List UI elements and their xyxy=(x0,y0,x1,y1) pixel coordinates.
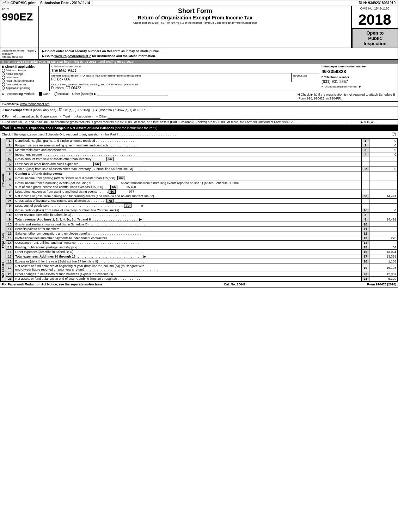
radio-address xyxy=(2,69,5,72)
street-cell: Number and street (or P. O. box, if mail… xyxy=(50,73,292,82)
line-1-row: 1 Contributions, gifts, grants, and simi… xyxy=(6,139,398,143)
line-7c-desc: Gross profit or (loss) from sales of inv… xyxy=(14,208,362,213)
line-4-linenum: 4 xyxy=(362,152,369,157)
part1-header: Part I Revenue, Expenses, and Changes in… xyxy=(0,125,398,131)
instruction1: ▶ Do not enter social security numbers o… xyxy=(42,49,395,53)
line-6a-amount xyxy=(369,176,398,181)
line-19-desc: Net assets or fund balances at beginning… xyxy=(14,264,362,272)
line-21-desc: Net assets or fund balances at end of ye… xyxy=(14,277,362,281)
l-text: Add lines 5b, 6c, and 7b to line 9 to de… xyxy=(5,120,376,124)
line-11-num: 11 xyxy=(6,227,14,231)
short-form-title: Short Form xyxy=(41,7,350,15)
revenue-side-label: Revenue xyxy=(0,138,6,222)
i-label: I xyxy=(2,102,3,106)
line-10-desc: Grants and similar amounts paid (list in… xyxy=(14,222,362,227)
line-18-linenum: 18 xyxy=(362,259,369,264)
other-check: Other (specify) ▶ xyxy=(72,92,168,96)
app-pending: Application pending xyxy=(2,86,48,90)
f-label: F xyxy=(322,85,323,88)
line-2-num: 2 xyxy=(6,143,14,148)
k-text: Form of organization: ☑ Corporation ○ Tr… xyxy=(5,115,160,118)
line-8-amount xyxy=(369,213,398,217)
line-20-desc: Other changes in net assets or fund bala… xyxy=(14,272,362,277)
line-13-num: 13 xyxy=(6,236,14,241)
line-2-linenum: 2 xyxy=(362,143,369,148)
line-6a-desc: Gross income from gaming (attach Schedul… xyxy=(14,176,362,181)
title-area: Short Form Return of Organization Exempt… xyxy=(39,6,352,48)
line-20-amount: -12,007 xyxy=(369,272,398,277)
expenses-table-wrapper: 10 Grants and similar amounts paid (list… xyxy=(6,222,398,259)
line-20-row: 20 Other changes in net assets or fund b… xyxy=(6,272,398,277)
line-9-row: 9 Total revenue. Add lines 1, 2, 3, 4, 5… xyxy=(6,217,398,222)
city-row: City or town, state or province, country… xyxy=(50,82,320,91)
line-6a-num: a xyxy=(6,176,14,181)
open-line1: Open to xyxy=(354,30,396,36)
line-9-desc: Total revenue. Add lines 1, 2, 3, 4, 5c,… xyxy=(14,217,362,222)
line-5b-amount xyxy=(369,162,398,167)
line-6d-row: d Net income or (loss) from gaming and f… xyxy=(6,194,398,199)
line-6-amount xyxy=(369,171,398,176)
h-section: H Check ▶ ☑ if the organization is not r… xyxy=(298,92,396,100)
line-2-desc: Program service revenue including govern… xyxy=(14,143,362,148)
line-1-num: 1 xyxy=(6,139,14,143)
radio-amended xyxy=(2,83,5,86)
line-17-linenum: 17 xyxy=(362,254,369,259)
line-8-linenum: 8 xyxy=(362,213,369,217)
accrual-check: Accrual xyxy=(54,92,69,96)
part1-check-mark: ☑ xyxy=(392,132,396,137)
section-l-row: L Add lines 5b, 6c, and 7b to line 9 to … xyxy=(0,120,398,125)
line-17-desc: Total expenses. Add lines 10 through 16 … xyxy=(14,254,362,259)
line-2-row: 2 Program service revenue including gove… xyxy=(6,143,398,148)
line-9-linenum: 9 xyxy=(362,217,369,222)
cash-check: Cash xyxy=(39,92,50,96)
line-19-num: 19 xyxy=(6,264,14,272)
line-14-linenum: 14 xyxy=(362,241,369,245)
line-7b-linenum xyxy=(362,204,369,208)
line-6-desc: Gaming and fundraising events xyxy=(14,171,362,176)
section-d: D Employer identification number 46-3359… xyxy=(320,64,398,91)
page-wrapper: efile GRAPHIC print Submission Date - 20… xyxy=(0,0,398,288)
line-6c-row: c Less: direct expenses from gaming and … xyxy=(6,189,398,194)
line-6-linenum xyxy=(362,171,369,176)
k-label: K xyxy=(2,115,4,118)
line-7a-amount xyxy=(369,199,398,204)
line-5a-num: 5a xyxy=(6,157,14,162)
f-text: Group Exemption Number xyxy=(325,85,357,88)
open-line2: Public xyxy=(354,36,396,41)
header-bar: efile GRAPHIC print Submission Date - 20… xyxy=(0,0,398,6)
line-7b-num: b xyxy=(6,204,14,208)
room-cell: Room/suite xyxy=(292,73,320,82)
line-19-amount: 16,198 xyxy=(369,264,398,272)
line-3-row: 3 Membership dues and assessments . . . … xyxy=(6,148,398,152)
expenses-table: 10 Grants and similar amounts paid (list… xyxy=(6,222,398,259)
dept3: Internal Revenue xyxy=(2,55,37,59)
line-7b-desc: Less: cost of goods sold . . . . . . . .… xyxy=(14,204,362,208)
line-12-amount xyxy=(369,231,398,236)
open-line3: Inspection xyxy=(354,41,396,46)
g-text: Accounting Method: xyxy=(7,92,35,96)
line-4-num: 4 xyxy=(6,152,14,157)
radio-name xyxy=(2,72,5,75)
gh-row: G Accounting Method: Cash Accrual Other … xyxy=(0,91,398,102)
line-15-amount: 54 xyxy=(369,245,398,250)
final-return: Final return/terminated xyxy=(2,79,48,83)
line-18-amount: 1,138 xyxy=(369,259,398,264)
line-5a-linenum xyxy=(362,157,369,162)
line-5c-amount: 0 xyxy=(369,167,398,171)
line-21-num: 21 xyxy=(6,277,14,281)
line-7a-linenum xyxy=(362,199,369,204)
line-16-row: 16 Other expenses (describe in Schedule … xyxy=(6,250,398,254)
c-label: C Name of organization xyxy=(51,65,318,68)
line-6d-desc: Net income or (loss) from gaming and fun… xyxy=(14,194,362,199)
omb: OMB No. 1545-1150 xyxy=(352,6,398,11)
line-10-amount xyxy=(369,222,398,227)
line-18-desc: Excess or (deficit) for the year (Subtra… xyxy=(14,259,362,264)
line-4-amount: 0 xyxy=(369,152,398,157)
line-18-row: 18 Excess or (deficit) for the year (Sub… xyxy=(6,259,398,264)
address-change: Address change xyxy=(2,69,48,72)
section-a-row: A For the 2018 calendar year, or tax yea… xyxy=(0,60,398,64)
line-11-desc: Benefits paid to or for members . . . . … xyxy=(14,227,362,231)
line-13-desc: Professional fees and other payments to … xyxy=(14,236,362,241)
footer-bar: For Paperwork Reduction Act Notice, see … xyxy=(0,281,398,287)
net-assets-table: 18 Excess or (deficit) for the year (Sub… xyxy=(6,259,398,281)
